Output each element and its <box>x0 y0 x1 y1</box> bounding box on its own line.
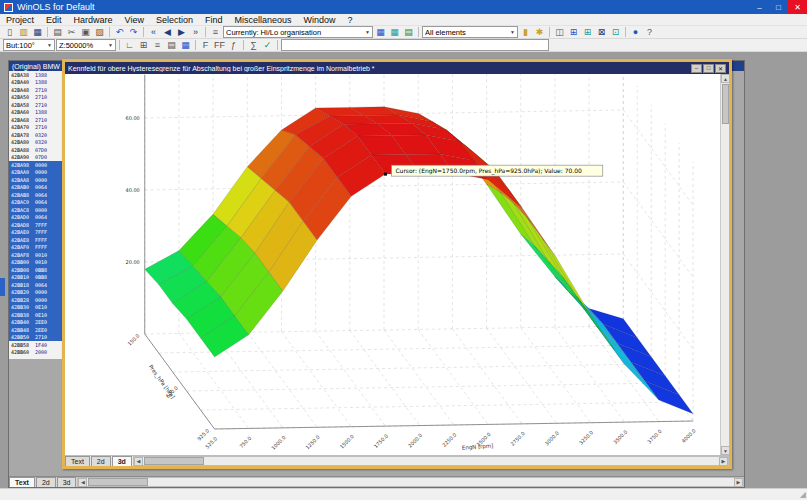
hex-row[interactable]: 42BAF0FFFF <box>9 244 66 252</box>
menu-selection[interactable]: Selection <box>150 15 199 25</box>
hexdump-hscrollbar[interactable]: ◀ ▶ <box>77 477 744 487</box>
hex-row[interactable]: 42BB502710 <box>9 334 66 342</box>
map-2d-icon[interactable]: ▦ <box>374 26 387 38</box>
menu-hardware[interactable]: Hardware <box>68 15 119 25</box>
menu-project[interactable]: Project <box>0 15 40 25</box>
scroll-right-icon[interactable]: ▶ <box>734 478 743 487</box>
grid-toggle-icon[interactable]: ⊞ <box>137 39 150 51</box>
hex-row[interactable]: 42BAD00064 <box>9 214 66 222</box>
undo-icon[interactable]: ↶ <box>113 26 126 38</box>
info-icon[interactable]: ● <box>629 26 642 38</box>
hex-row[interactable]: 42BAA00000 <box>9 169 66 177</box>
hex-row[interactable]: 42BB200000 <box>9 289 66 297</box>
scroll-right-icon[interactable]: ▶ <box>719 457 728 466</box>
hex-row[interactable]: 42BA980000 <box>9 161 66 169</box>
text-view-icon[interactable]: ≡ <box>151 39 164 51</box>
minimize-button[interactable]: – <box>750 0 769 14</box>
hex-row[interactable]: 42BAA80000 <box>9 176 66 184</box>
hex-row[interactable]: 42BB482EE0 <box>9 326 66 334</box>
map-vscrollbar[interactable]: ▲ ▼ <box>720 74 729 455</box>
organisation-combo[interactable]: Currently: Hi/Lo organisation▼ <box>223 26 373 38</box>
address-field[interactable] <box>281 39 549 51</box>
new-icon[interactable]: ▯ <box>3 26 16 38</box>
hex-row[interactable]: 42BA601388 <box>9 109 66 117</box>
hex-row[interactable]: 42BB180064 <box>9 281 66 289</box>
grid-blue-icon[interactable]: ⊞ <box>567 26 580 38</box>
scroll-down-icon[interactable]: ▼ <box>721 446 730 455</box>
last-icon[interactable]: » <box>189 26 202 38</box>
hex-row[interactable]: 42BA582710 <box>9 101 66 109</box>
hex-row[interactable]: 42BAB80064 <box>9 191 66 199</box>
paste-icon[interactable]: ▨ <box>93 26 106 38</box>
surface-plot-area[interactable]: 525.0750.01000.01250.01500.01750.02000.0… <box>65 74 720 455</box>
map-window[interactable]: Kennfeld für obere Hysteresegrenze für A… <box>62 59 732 469</box>
map-list-icon[interactable]: ▤ <box>402 26 415 38</box>
scroll-up-icon[interactable]: ▲ <box>721 74 730 83</box>
first-icon[interactable]: « <box>147 26 160 38</box>
map-3d-icon[interactable]: ▦ <box>388 26 401 38</box>
child-close-button[interactable]: ✕ <box>715 64 726 73</box>
lock-icon[interactable]: ▮ <box>519 26 532 38</box>
map-window-titlebar[interactable]: Kennfeld für obere Hysteresegrenze für A… <box>65 62 729 74</box>
hex-row[interactable]: 42BAD87FFF <box>9 221 66 229</box>
child-maximize-button[interactable]: □ <box>703 64 714 73</box>
axes-icon[interactable]: ∟ <box>123 39 136 51</box>
child-minimize-button[interactable]: – <box>691 64 702 73</box>
grid-cyan-icon[interactable]: ⊡ <box>609 26 622 38</box>
factor2-icon[interactable]: FF <box>213 39 226 51</box>
window-split-icon[interactable]: ◫ <box>553 26 566 38</box>
hexdump-column[interactable]: 42BA38138842BA40138842BA48271042BA502710… <box>9 71 67 359</box>
tab-3d[interactable]: 3d <box>57 477 77 487</box>
hex-row[interactable]: 42BAC00064 <box>9 199 66 207</box>
hex-row[interactable]: 42BAE07FFF <box>9 229 66 237</box>
hex-row[interactable]: 42BB602000 <box>9 349 66 357</box>
menu-edit[interactable]: Edit <box>40 15 68 25</box>
key-icon[interactable]: ✱ <box>533 26 546 38</box>
tab-text[interactable]: Text <box>9 477 35 487</box>
surface-plot[interactable]: 525.0750.01000.01250.01500.01750.02000.0… <box>65 74 720 455</box>
hex-row[interactable]: 42BA381388 <box>9 71 66 79</box>
but-combo[interactable]: But:100°▼ <box>3 39 55 51</box>
grid-navy-icon[interactable]: ⊠ <box>595 26 608 38</box>
view-3d-icon[interactable]: ▦ <box>179 39 192 51</box>
tab-text[interactable]: Text <box>65 456 90 466</box>
factor-icon[interactable]: F <box>199 39 212 51</box>
hex-row[interactable]: 42BAF80010 <box>9 251 66 259</box>
hex-row[interactable]: 42BA9007D0 <box>9 154 66 162</box>
check-icon[interactable]: ✓ <box>261 39 274 51</box>
hex-row[interactable]: 42BA702710 <box>9 124 66 132</box>
prev-icon[interactable]: ◀ <box>161 26 174 38</box>
scroll-left-icon[interactable]: ◀ <box>134 457 143 466</box>
hexdump-icon[interactable]: ≡ <box>209 26 222 38</box>
copy-icon[interactable]: ▣ <box>79 26 92 38</box>
hex-row[interactable]: 42BA780320 <box>9 131 66 139</box>
grid-teal-icon[interactable]: ⊞ <box>581 26 594 38</box>
menu-view[interactable]: View <box>119 15 150 25</box>
hex-row[interactable]: 42BB402EE0 <box>9 319 66 327</box>
redo-icon[interactable]: ↷ <box>127 26 140 38</box>
save-icon[interactable]: ▦ <box>31 26 44 38</box>
hex-row[interactable]: 42BB581F40 <box>9 341 66 349</box>
hex-row[interactable]: 42BA682710 <box>9 116 66 124</box>
cut-icon[interactable]: ✂ <box>65 26 78 38</box>
close-button[interactable]: ✕ <box>788 0 807 14</box>
hex-row[interactable]: 42BB300E10 <box>9 304 66 312</box>
hex-row[interactable]: 42BAE8FFFF <box>9 236 66 244</box>
hex-row[interactable]: 42BA502710 <box>9 94 66 102</box>
map-hscroll-thumb[interactable] <box>144 457 204 465</box>
hexdump-hscroll-thumb[interactable] <box>88 478 148 486</box>
hex-row[interactable]: 42BAC80000 <box>9 206 66 214</box>
maximize-button[interactable]: □ <box>769 0 788 14</box>
map-vscroll-thumb[interactable] <box>722 84 729 124</box>
menu-miscellaneous[interactable]: Miscellaneous <box>228 15 297 25</box>
view-2d-icon[interactable]: ▤ <box>165 39 178 51</box>
hex-row[interactable]: 42BB380E10 <box>9 311 66 319</box>
sum-icon[interactable]: ∑ <box>247 39 260 51</box>
print-icon[interactable]: ▤ <box>51 26 64 38</box>
hex-row[interactable]: 42BA800320 <box>9 139 66 147</box>
hex-row[interactable]: 42BB000010 <box>9 259 66 267</box>
hex-row[interactable]: 42BB280000 <box>9 296 66 304</box>
elements-combo[interactable]: All elements▼ <box>422 26 518 38</box>
open-icon[interactable]: ▥ <box>17 26 30 38</box>
tab-3d[interactable]: 3d <box>112 456 132 466</box>
